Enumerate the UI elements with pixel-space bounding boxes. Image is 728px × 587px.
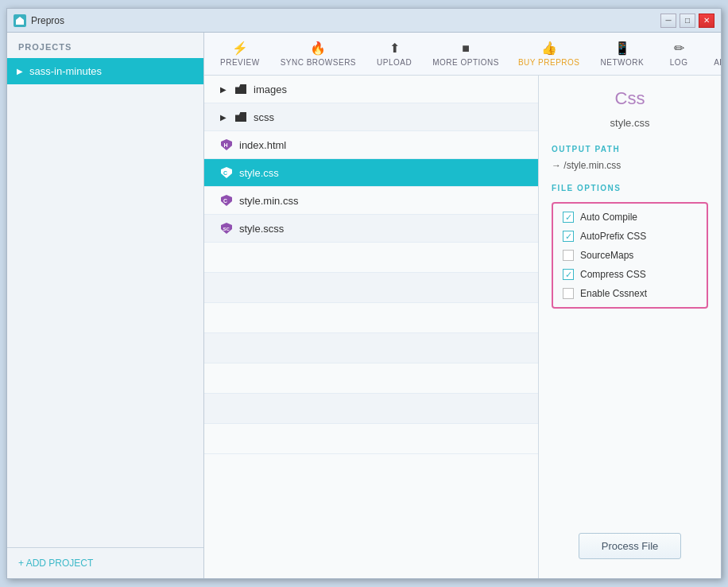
- upload-icon: ⬆: [389, 41, 400, 56]
- empty-row: [204, 243, 538, 273]
- file-type-label: Css: [552, 88, 708, 109]
- preview-icon: ⚡: [232, 41, 248, 56]
- sidebar: PROJECTS ▶ sass-in-minutes + ADD PROJECT: [7, 33, 204, 578]
- log-button[interactable]: ✏ LOG: [655, 36, 703, 72]
- network-icon: 📱: [614, 41, 630, 56]
- preview-label: PREVIEW: [220, 58, 260, 67]
- minimize-button[interactable]: ─: [660, 14, 676, 28]
- more-label: MORE OPTIONS: [432, 58, 499, 67]
- file-row[interactable]: ▶ scss: [204, 103, 538, 131]
- svg-text:H: H: [224, 142, 228, 148]
- maximize-button[interactable]: □: [680, 14, 695, 28]
- file-row[interactable]: H index.html: [204, 131, 538, 159]
- app-menu-button[interactable]: ■ APP MENU: [704, 37, 721, 72]
- empty-row: [204, 273, 538, 303]
- toolbar-right: 👍 BUY PREPROS 📱 NETWORK ✏ LOG ■ APP MENU: [509, 36, 721, 72]
- output-path-value: → /style.min.css: [552, 160, 708, 171]
- html-shield-icon: H: [220, 138, 233, 151]
- file-row-selected[interactable]: C style.css: [204, 159, 538, 187]
- svg-text:C: C: [223, 170, 227, 176]
- add-project-button[interactable]: + ADD PROJECT: [7, 547, 203, 578]
- titlebar: Prepros ─ □ ✕: [7, 9, 721, 33]
- folder-arrow-icon: ▶: [220, 85, 227, 94]
- autoprefix-label: AutoPrefix CSS: [580, 231, 646, 242]
- log-label: LOG: [670, 58, 688, 67]
- sourcemaps-checkbox[interactable]: [563, 250, 574, 261]
- option-row[interactable]: ✓ AutoPrefix CSS: [563, 231, 697, 242]
- sync-icon: 🔥: [310, 41, 326, 56]
- empty-row: [204, 333, 538, 363]
- more-options-button[interactable]: ■ MORE OPTIONS: [423, 37, 509, 72]
- option-row[interactable]: SourceMaps: [563, 250, 697, 261]
- file-list: ▶ images ▶ scss: [204, 76, 538, 578]
- folder-arrow-icon: ▶: [220, 113, 227, 122]
- close-button[interactable]: ✕: [699, 14, 714, 28]
- buy-button[interactable]: 👍 BUY PREPROS: [509, 36, 590, 72]
- auto-compile-label: Auto Compile: [580, 212, 637, 223]
- file-row[interactable]: SC style.scss: [204, 215, 538, 243]
- output-path-text: → /style.min.css: [552, 160, 621, 171]
- compress-label: Compress CSS: [580, 269, 646, 280]
- bottom-area: ▶ images ▶ scss: [204, 76, 721, 578]
- panel-filename: style.css: [552, 117, 708, 129]
- process-btn-wrap: Process File: [552, 533, 708, 566]
- css-shield-icon: C: [220, 166, 233, 179]
- folder-icon: [234, 111, 247, 123]
- upload-label: UPLOAD: [377, 58, 412, 67]
- file-row[interactable]: ▶ images: [204, 76, 538, 103]
- svg-marker-0: [16, 17, 24, 25]
- project-name: sass-in-minutes: [29, 65, 102, 77]
- window-controls: ─ □ ✕: [660, 14, 714, 28]
- scss-shield-icon: SC: [220, 222, 233, 235]
- file-name: style.css: [239, 167, 279, 179]
- file-name: images: [254, 84, 287, 95]
- right-panel: Css style.css OUTPUT PATH → /style.min.c…: [538, 76, 721, 578]
- empty-row: [204, 303, 538, 333]
- app-menu-label: APP MENU: [714, 58, 721, 67]
- cssnext-label: Enable Cssnext: [580, 288, 647, 299]
- css-shield-icon: C: [220, 194, 233, 207]
- autoprefix-checkbox[interactable]: ✓: [563, 231, 574, 242]
- network-label: NETWORK: [601, 58, 645, 67]
- window-title: Prepros: [31, 15, 64, 26]
- file-name: scss: [254, 111, 274, 123]
- empty-row: [204, 394, 538, 424]
- sync-button[interactable]: 🔥 SYNC BROWSERS: [271, 36, 366, 72]
- auto-compile-checkbox[interactable]: ✓: [563, 212, 574, 223]
- file-options-box: ✓ Auto Compile ✓ AutoPrefix CSS SourceMa…: [552, 202, 708, 309]
- file-row[interactable]: C style.min.css: [204, 187, 538, 215]
- network-button[interactable]: 📱 NETWORK: [591, 36, 654, 72]
- empty-row: [204, 363, 538, 394]
- log-icon: ✏: [674, 41, 684, 56]
- buy-label: BUY PREPROS: [518, 58, 580, 67]
- process-file-button[interactable]: Process File: [579, 533, 682, 559]
- titlebar-left: Prepros: [14, 14, 64, 27]
- option-row[interactable]: ✓ Compress CSS: [563, 269, 697, 280]
- compress-checkbox[interactable]: ✓: [563, 269, 574, 280]
- cssnext-checkbox[interactable]: [563, 288, 574, 299]
- folder-icon: [234, 83, 247, 95]
- svg-text:SC: SC: [223, 227, 230, 231]
- sync-label: SYNC BROWSERS: [281, 58, 356, 67]
- file-options-label: FILE OPTIONS: [552, 184, 708, 192]
- more-icon: ■: [462, 41, 470, 56]
- main-layout: PROJECTS ▶ sass-in-minutes + ADD PROJECT…: [7, 33, 721, 578]
- project-arrow-icon: ▶: [17, 67, 23, 76]
- project-item[interactable]: ▶ sass-in-minutes: [7, 58, 203, 84]
- file-name: index.html: [239, 139, 286, 151]
- output-path-label: OUTPUT PATH: [552, 145, 708, 154]
- toolbar-left: ⚡ PREVIEW 🔥 SYNC BROWSERS ⬆ UPLOAD ■ MOR…: [211, 36, 509, 72]
- projects-label: PROJECTS: [7, 33, 203, 58]
- svg-text:C: C: [223, 198, 227, 204]
- sourcemaps-label: SourceMaps: [580, 250, 633, 261]
- content-area: ⚡ PREVIEW 🔥 SYNC BROWSERS ⬆ UPLOAD ■ MOR…: [204, 33, 721, 578]
- preview-button[interactable]: ⚡ PREVIEW: [211, 36, 269, 72]
- toolbar: ⚡ PREVIEW 🔥 SYNC BROWSERS ⬆ UPLOAD ■ MOR…: [204, 33, 721, 76]
- main-window: Prepros ─ □ ✕ PROJECTS ▶ sass-in-minutes…: [6, 8, 722, 579]
- upload-button[interactable]: ⬆ UPLOAD: [367, 36, 421, 72]
- file-name: style.min.css: [239, 195, 298, 207]
- option-row[interactable]: Enable Cssnext: [563, 288, 697, 299]
- app-icon: [14, 14, 26, 27]
- empty-row: [204, 424, 538, 454]
- option-row[interactable]: ✓ Auto Compile: [563, 212, 697, 223]
